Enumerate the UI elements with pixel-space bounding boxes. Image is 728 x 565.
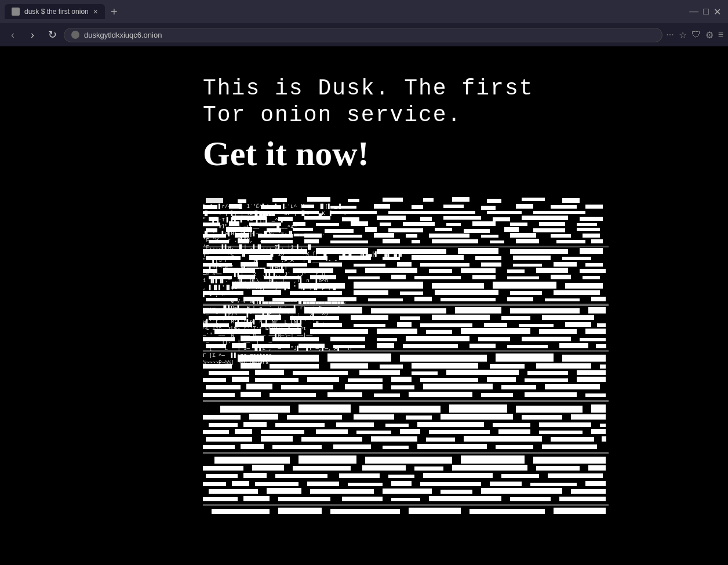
page-content[interactable]: This is Dusk. The first Tor onion servic… <box>0 46 728 565</box>
svg-rect-102 <box>475 256 501 260</box>
svg-rect-184 <box>484 323 507 327</box>
svg-rect-47 <box>403 222 435 226</box>
svg-rect-90 <box>203 249 307 254</box>
svg-rect-38 <box>522 216 568 220</box>
svg-rect-275 <box>287 415 342 420</box>
svg-rect-80 <box>304 239 319 243</box>
svg-rect-79 <box>261 240 293 243</box>
svg-rect-256 <box>545 384 600 389</box>
tab-close-button[interactable]: × <box>93 8 98 16</box>
refresh-button[interactable]: ↻ <box>44 28 60 41</box>
svg-rect-279 <box>522 415 562 420</box>
svg-rect-182 <box>397 322 412 327</box>
active-tab[interactable]: dusk $ the first onion × <box>5 4 105 19</box>
url-bar[interactable]: duskgytldkxiuqc6.onion <box>64 28 663 42</box>
svg-rect-178 <box>235 322 252 327</box>
svg-rect-54 <box>226 227 252 232</box>
back-button[interactable]: ‹ <box>5 29 21 41</box>
svg-rect-367 <box>330 509 400 514</box>
svg-rect-359 <box>342 497 383 501</box>
svg-rect-17 <box>374 204 390 209</box>
svg-rect-226 <box>380 364 403 369</box>
svg-rect-78 <box>238 239 249 243</box>
svg-rect-157 <box>414 297 432 301</box>
svg-rect-67 <box>258 234 293 238</box>
svg-rect-188 <box>214 329 261 334</box>
svg-rect-310 <box>272 445 322 449</box>
svg-rect-142 <box>493 282 556 289</box>
svg-rect-93 <box>458 248 498 254</box>
svg-rect-339 <box>203 482 226 486</box>
svg-rect-76 <box>583 234 600 238</box>
new-tab-button[interactable]: + <box>107 5 121 19</box>
svg-rect-298 <box>539 431 583 434</box>
svg-rect-83 <box>412 240 420 243</box>
svg-rect-248 <box>577 377 606 382</box>
svg-rect-12 <box>203 205 217 209</box>
svg-rect-69 <box>333 235 362 238</box>
svg-rect-343 <box>348 483 383 486</box>
svg-rect-115 <box>585 263 603 267</box>
shield-button[interactable]: 🛡 <box>691 30 701 40</box>
restore-button[interactable]: □ <box>703 6 709 17</box>
svg-rect-6 <box>383 198 403 202</box>
svg-rect-335 <box>423 473 493 478</box>
close-button[interactable]: ✕ <box>714 6 721 17</box>
svg-rect-118 <box>264 269 284 273</box>
svg-rect-37 <box>493 217 510 221</box>
svg-rect-324 <box>293 466 351 471</box>
svg-rect-77 <box>209 240 229 243</box>
svg-rect-111 <box>420 263 469 267</box>
tab-favicon <box>12 8 20 16</box>
svg-rect-156 <box>368 298 403 301</box>
svg-rect-152 <box>206 298 238 301</box>
svg-rect-146 <box>290 291 342 295</box>
svg-rect-221 <box>562 355 606 362</box>
menu-dots-button[interactable]: ··· <box>666 30 674 40</box>
svg-rect-329 <box>588 465 606 471</box>
svg-rect-128 <box>238 275 255 279</box>
svg-rect-356 <box>203 497 238 501</box>
svg-rect-73 <box>481 235 498 238</box>
svg-rect-255 <box>501 385 536 389</box>
svg-rect-327 <box>452 465 527 471</box>
svg-rect-211 <box>403 344 458 348</box>
svg-rect-266 <box>203 400 609 402</box>
svg-rect-68 <box>304 234 322 238</box>
svg-rect-139 <box>299 283 345 289</box>
svg-rect-301 <box>261 436 293 442</box>
svg-rect-49 <box>472 221 496 226</box>
svg-rect-3 <box>272 198 287 202</box>
svg-rect-353 <box>441 490 472 494</box>
cta-text[interactable]: Get it now! <box>203 134 684 174</box>
security-icon <box>71 31 79 39</box>
svg-rect-336 <box>501 474 539 478</box>
svg-rect-274 <box>249 414 278 420</box>
forward-button[interactable]: › <box>24 29 41 41</box>
svg-rect-309 <box>241 444 264 449</box>
svg-rect-311 <box>333 444 371 449</box>
svg-rect-131 <box>348 276 380 279</box>
svg-rect-361 <box>429 496 501 501</box>
svg-rect-11 <box>562 198 580 203</box>
svg-rect-61 <box>464 229 490 233</box>
svg-rect-354 <box>481 488 562 494</box>
svg-rect-236 <box>446 370 519 375</box>
svg-rect-368 <box>409 508 461 514</box>
svg-rect-148 <box>400 291 423 295</box>
svg-rect-170 <box>255 315 281 320</box>
svg-rect-126 <box>580 269 606 273</box>
extensions-button[interactable]: ⚙ <box>705 30 714 41</box>
svg-rect-342 <box>307 482 339 486</box>
svg-rect-360 <box>391 498 420 501</box>
bookmark-button[interactable]: ☆ <box>679 30 687 41</box>
svg-rect-276 <box>354 414 394 420</box>
svg-rect-42 <box>249 223 281 226</box>
svg-rect-229 <box>536 363 591 369</box>
svg-rect-134 <box>472 275 496 279</box>
hamburger-menu-button[interactable]: ≡ <box>718 30 723 40</box>
svg-rect-92 <box>377 249 446 254</box>
svg-rect-198 <box>272 337 319 341</box>
minimize-button[interactable]: — <box>689 6 698 17</box>
svg-rect-41 <box>229 221 239 226</box>
